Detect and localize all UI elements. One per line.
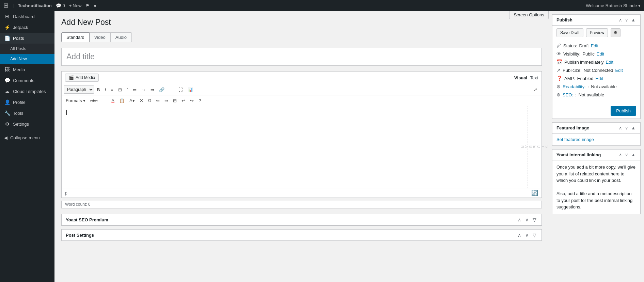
yoast-linking-text-2: Also, add a title and a metadescription … bbox=[556, 190, 636, 210]
font-color-btn[interactable]: A bbox=[109, 97, 116, 105]
editor-text-area[interactable] bbox=[62, 106, 528, 188]
post-settings-title: Post Settings bbox=[66, 233, 517, 238]
tab-standard[interactable]: Standard bbox=[61, 32, 90, 42]
tinymce-toolbar-row1: Paragraph B I ≡ ⊟ " ⬅ ↔ ➡ 🔗 — ⛶ 📊 ⤢ bbox=[62, 84, 541, 95]
hr-btn[interactable]: — bbox=[100, 97, 109, 105]
indent-btn[interactable]: ⇒ bbox=[162, 97, 170, 105]
collapse-arrow-icon: ◀ bbox=[4, 135, 7, 140]
set-featured-image-link[interactable]: Set featured image bbox=[556, 137, 594, 142]
word-count-bar: Word count: 0 bbox=[61, 201, 542, 208]
add-media-btn[interactable]: 🎬 Add Media bbox=[65, 74, 99, 82]
text-tab[interactable]: Text bbox=[530, 75, 538, 80]
redo-btn[interactable]: ↪ bbox=[188, 97, 196, 105]
table-btn[interactable]: ⊞ bbox=[171, 97, 179, 105]
featured-image-collapse-up[interactable]: ∧ bbox=[618, 125, 623, 130]
post-settings-expand-btn[interactable]: ∨ bbox=[524, 232, 530, 238]
preview-btn[interactable]: Preview bbox=[586, 28, 608, 37]
featured-image-close[interactable]: ▲ bbox=[630, 125, 636, 130]
italic-btn[interactable]: I bbox=[103, 86, 108, 94]
publish-box-close[interactable]: ▲ bbox=[630, 17, 636, 22]
sidebar-item-media[interactable]: 🖼 Media bbox=[0, 64, 54, 75]
comments-icon[interactable]: 💬 0 bbox=[56, 3, 65, 8]
sidebar-item-dashboard[interactable]: ⊞ Dashboard bbox=[0, 11, 54, 22]
align-center-btn[interactable]: ↔ bbox=[139, 86, 148, 94]
chart-btn[interactable]: 📊 bbox=[186, 86, 195, 94]
publish-box-collapse-down[interactable]: ∨ bbox=[624, 17, 629, 22]
undo-btn[interactable]: ↩ bbox=[179, 97, 187, 105]
status-edit-link[interactable]: Edit bbox=[591, 43, 598, 48]
new-post-btn[interactable]: + New bbox=[69, 3, 82, 8]
status-icon: 🖊 bbox=[556, 43, 561, 48]
yoast-linking-collapse-down[interactable]: ∨ bbox=[624, 152, 629, 157]
strikethrough-btn[interactable]: abc bbox=[88, 97, 99, 105]
post-settings-collapse-btn[interactable]: ∧ bbox=[517, 232, 522, 238]
more-btn[interactable]: — bbox=[167, 86, 176, 94]
link-btn[interactable]: 🔗 bbox=[157, 86, 167, 94]
media-icon: 🖼 bbox=[4, 67, 10, 72]
help-btn[interactable]: ? bbox=[197, 97, 203, 105]
post-settings-close-btn[interactable]: ▽ bbox=[532, 232, 537, 238]
number-list-btn[interactable]: ⊟ bbox=[116, 86, 124, 94]
visibility-edit-link[interactable]: Edit bbox=[597, 51, 604, 57]
bg-color-btn[interactable]: A▾ bbox=[127, 97, 137, 105]
collapse-menu-btn[interactable]: ◀ Collapse menu bbox=[0, 132, 54, 143]
tab-video[interactable]: Video bbox=[90, 32, 111, 42]
post-settings-header[interactable]: Post Settings ∧ ∨ ▽ bbox=[62, 230, 541, 241]
sidebar-item-posts[interactable]: 📄 Posts bbox=[0, 33, 54, 44]
yoast-linking-collapse-up[interactable]: ∧ bbox=[618, 152, 623, 157]
yoast-seo-collapse-btn[interactable]: ∧ bbox=[517, 217, 522, 222]
readability-value: : bbox=[588, 84, 589, 89]
yoast-linking-body: Once you add a bit more copy, we'll give… bbox=[552, 160, 640, 214]
sidebar-item-comments[interactable]: 💬 Comments bbox=[0, 75, 54, 86]
sidebar-item-settings[interactable]: ⚙ Settings bbox=[0, 119, 54, 129]
formats-btn[interactable]: Formats ▾ bbox=[64, 97, 88, 105]
bullet-list-btn[interactable]: ≡ bbox=[109, 86, 115, 94]
publicize-edit-link[interactable]: Edit bbox=[615, 68, 623, 73]
paste-btn[interactable]: 📋 bbox=[117, 97, 127, 105]
publish-box-collapse-up[interactable]: ∧ bbox=[618, 17, 623, 22]
visibility-value: Public bbox=[582, 51, 594, 57]
sidebar-label-settings: Settings bbox=[13, 122, 29, 127]
sidebar-item-cloud-templates[interactable]: ☁ Cloud Templates bbox=[0, 86, 54, 97]
site-name[interactable]: Technotification bbox=[18, 3, 51, 8]
sidebar-item-profile[interactable]: 👤 Profile bbox=[0, 97, 54, 108]
amp-edit-link[interactable]: Edit bbox=[596, 76, 603, 81]
visual-tab[interactable]: Visual bbox=[514, 75, 527, 80]
seo-link[interactable]: SEO: bbox=[563, 92, 573, 97]
screen-options-btn[interactable]: Screen Options bbox=[509, 11, 549, 19]
featured-image-collapse-down[interactable]: ∨ bbox=[624, 125, 629, 130]
tab-audio[interactable]: Audio bbox=[111, 32, 132, 42]
yoast-linking-title: Yoast internal linking bbox=[556, 152, 601, 157]
sidebar-divider bbox=[0, 131, 54, 131]
yoast-seo-header[interactable]: Yoast SEO Premium ∧ ∨ ▽ bbox=[62, 214, 541, 225]
title-input[interactable] bbox=[62, 48, 541, 65]
sidebar-item-all-posts[interactable]: All Posts bbox=[0, 44, 54, 54]
editor-refresh-btn[interactable]: 🔄 bbox=[531, 190, 538, 196]
sidebar-item-tools[interactable]: 🔧 Tools bbox=[0, 108, 54, 119]
align-left-btn[interactable]: ⬅ bbox=[131, 86, 139, 94]
fullscreen-btn[interactable]: ⛶ bbox=[176, 86, 185, 94]
readability-link[interactable]: Readability: bbox=[563, 84, 586, 89]
pub-settings-btn[interactable]: ⚙ bbox=[611, 28, 621, 37]
yoast-seo-controls: ∧ ∨ ▽ bbox=[517, 217, 537, 222]
publish-btn[interactable]: Publish bbox=[611, 106, 636, 116]
yoast-seo-expand-btn[interactable]: ∨ bbox=[524, 217, 530, 222]
align-right-btn[interactable]: ➡ bbox=[148, 86, 156, 94]
sidebar-item-jetpack[interactable]: ⚡ Jetpack bbox=[0, 22, 54, 33]
yoast-seo-close-btn[interactable]: ▽ bbox=[532, 217, 537, 222]
omega-btn[interactable]: Ω bbox=[146, 97, 154, 105]
sidebar-item-add-new[interactable]: Add New bbox=[0, 54, 54, 64]
outdent-btn[interactable]: ⇐ bbox=[154, 97, 162, 105]
save-draft-btn[interactable]: Save Draft bbox=[556, 28, 583, 37]
profile-icon: 👤 bbox=[4, 99, 10, 105]
seo-value: : bbox=[575, 92, 577, 97]
publish-date-edit-link[interactable]: Edit bbox=[606, 60, 613, 65]
bold-btn[interactable]: B bbox=[95, 86, 102, 94]
wp-logo-icon: ⊞ bbox=[3, 2, 9, 9]
expand-btn[interactable]: ⤢ bbox=[532, 86, 539, 94]
blockquote-btn[interactable]: " bbox=[125, 86, 130, 94]
yoast-linking-close[interactable]: ▲ bbox=[630, 152, 636, 157]
publish-box-actions: Save Draft Preview ⚙ bbox=[552, 26, 640, 40]
clear-format-btn[interactable]: ✕ bbox=[138, 97, 145, 105]
format-select[interactable]: Paragraph bbox=[64, 85, 94, 94]
